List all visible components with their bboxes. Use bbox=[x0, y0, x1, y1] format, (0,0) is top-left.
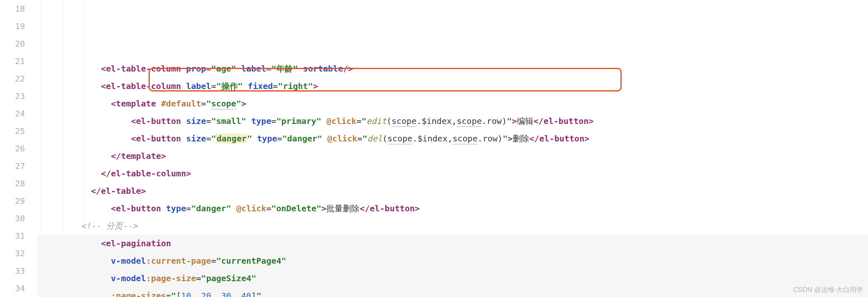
token: > bbox=[321, 203, 326, 213]
token: " bbox=[362, 116, 367, 126]
code-line[interactable]: </el-table> bbox=[37, 182, 868, 200]
token: scope bbox=[387, 134, 412, 144]
line-number: 31 bbox=[0, 227, 25, 245]
token: 30 bbox=[221, 291, 231, 297]
token: = bbox=[211, 81, 216, 91]
code-line[interactable]: <el-button size="danger" type="danger" @… bbox=[37, 130, 868, 147]
token: <el-table-column bbox=[101, 81, 186, 91]
token: = bbox=[357, 116, 362, 126]
token: /> bbox=[343, 64, 353, 74]
token: "age" bbox=[211, 64, 236, 74]
token: .row) bbox=[482, 116, 507, 126]
token: = bbox=[277, 134, 282, 144]
token: = bbox=[196, 273, 201, 283]
token: .$index, bbox=[412, 134, 452, 144]
line-number: 18 bbox=[0, 0, 25, 17]
token: 40 bbox=[241, 291, 251, 297]
token: "currentPage4" bbox=[216, 256, 286, 266]
token bbox=[252, 134, 257, 144]
token: .row) bbox=[478, 134, 503, 144]
token: @click bbox=[327, 134, 357, 144]
token: <el-pagination bbox=[101, 238, 171, 248]
line-number: 28 bbox=[0, 175, 25, 192]
line-number: 20 bbox=[0, 35, 25, 52]
token: = bbox=[266, 64, 271, 74]
line-number: 29 bbox=[0, 192, 25, 210]
token bbox=[231, 203, 236, 213]
token: :page-sizes bbox=[111, 291, 166, 297]
token: #default bbox=[161, 99, 201, 109]
token: </el-button> bbox=[529, 134, 590, 144]
token: " bbox=[171, 291, 176, 297]
code-line[interactable]: </template> bbox=[37, 147, 868, 165]
token: ] bbox=[251, 291, 256, 297]
code-line[interactable]: :page-sizes="[10, 20, 30, 40]" bbox=[37, 287, 868, 297]
token: edit bbox=[367, 116, 387, 126]
token: > bbox=[241, 99, 246, 109]
token: " bbox=[362, 134, 367, 144]
token: > bbox=[512, 116, 517, 126]
token bbox=[236, 64, 241, 74]
line-number: 23 bbox=[0, 87, 25, 105]
token: "right" bbox=[278, 81, 313, 91]
line-number: 34 bbox=[0, 280, 25, 297]
token: = bbox=[211, 256, 216, 266]
token: 10 bbox=[181, 291, 191, 297]
token: "年龄" bbox=[271, 64, 298, 74]
token: = bbox=[201, 99, 206, 109]
token: <el-table-column bbox=[101, 64, 186, 74]
token: , bbox=[231, 291, 241, 297]
token: "small" bbox=[211, 116, 246, 126]
code-line[interactable]: v-model:current-page="currentPage4" bbox=[37, 252, 868, 270]
code-line[interactable]: <el-button type="danger" @click="onDelet… bbox=[37, 200, 868, 217]
token: " bbox=[236, 99, 241, 109]
line-number: 24 bbox=[0, 105, 25, 122]
code-line[interactable]: <template #default="scope"> bbox=[37, 95, 868, 112]
token: = bbox=[166, 291, 171, 297]
line-number: 21 bbox=[0, 52, 25, 70]
token: </template> bbox=[111, 151, 166, 161]
token: <el-button bbox=[111, 203, 166, 213]
token: " bbox=[247, 134, 252, 144]
token: " bbox=[507, 116, 512, 126]
line-number: 22 bbox=[0, 70, 25, 87]
token: > bbox=[313, 81, 318, 91]
code-line[interactable]: <el-table-column label="操作" fixed="right… bbox=[37, 77, 868, 95]
token: = bbox=[266, 203, 271, 213]
token: = bbox=[273, 81, 278, 91]
token: danger bbox=[216, 134, 247, 144]
code-line[interactable]: <el-button size="small" type="primary" @… bbox=[37, 112, 868, 130]
code-line[interactable]: </el-table-column> bbox=[37, 165, 868, 182]
token: fixed bbox=[248, 81, 273, 91]
token: scope bbox=[211, 99, 236, 109]
token: "onDelete" bbox=[271, 203, 321, 213]
token: size bbox=[186, 116, 206, 126]
token bbox=[298, 64, 303, 74]
code-line[interactable]: <el-table-column prop="age" label="年龄" s… bbox=[37, 60, 868, 77]
token: = bbox=[206, 64, 211, 74]
token: @click bbox=[326, 116, 356, 126]
token: size bbox=[186, 134, 206, 144]
token: 删除 bbox=[513, 134, 529, 144]
code-line[interactable]: v-model:page-size="pageSize4" bbox=[37, 270, 868, 287]
code-editor[interactable]: 1819202122232425262728293031323334 <el-t… bbox=[0, 0, 868, 297]
line-number: 19 bbox=[0, 17, 25, 35]
token: <el-button bbox=[131, 116, 186, 126]
token: ( bbox=[387, 116, 392, 126]
token: sortable bbox=[303, 64, 343, 74]
token: 编辑 bbox=[517, 116, 533, 126]
code-area[interactable]: <el-table-column prop="age" label="年龄" s… bbox=[37, 0, 868, 297]
code-line[interactable]: <el-pagination bbox=[37, 235, 868, 252]
token: </el-table-column> bbox=[101, 168, 191, 178]
token: :page-size bbox=[146, 273, 196, 283]
token: "danger" bbox=[191, 203, 231, 213]
token: type bbox=[251, 116, 271, 126]
token: " bbox=[256, 291, 261, 297]
token bbox=[322, 134, 327, 144]
token bbox=[243, 81, 248, 91]
line-number: 32 bbox=[0, 245, 25, 262]
line-number-gutter: 1819202122232425262728293031323334 bbox=[0, 0, 37, 297]
code-line[interactable]: <!-- 分页--> bbox=[37, 217, 868, 235]
token: = bbox=[206, 134, 211, 144]
token: <el-button bbox=[131, 134, 186, 144]
